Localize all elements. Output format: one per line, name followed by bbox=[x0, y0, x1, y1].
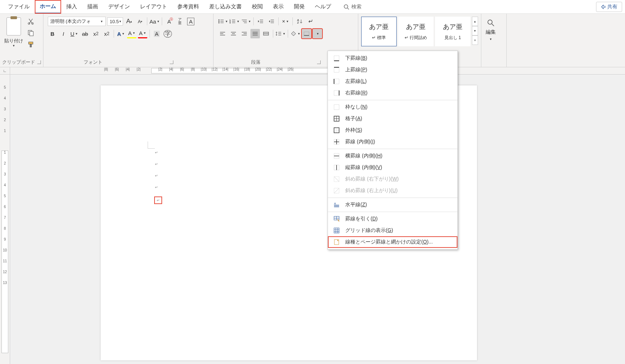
format-painter-button[interactable] bbox=[27, 41, 35, 48]
bullets-button[interactable]: ▼ bbox=[218, 17, 228, 26]
copy-button[interactable] bbox=[27, 29, 35, 37]
tab-help[interactable]: ヘルプ bbox=[310, 0, 336, 13]
share-button[interactable]: 共有 bbox=[596, 2, 622, 12]
enclose-char-button[interactable]: 字 bbox=[163, 29, 172, 38]
multilevel-list-button[interactable]: ▼ bbox=[241, 17, 251, 26]
underline-button[interactable]: U▼ bbox=[69, 29, 79, 38]
group-font: 游明朝 (本文のフォ▼ 10.5▼ A▴ A▾ Aa▼ Aⓧ ア亜 A B I … bbox=[43, 14, 214, 67]
tab-draw[interactable]: 描画 bbox=[82, 0, 103, 13]
shading-button[interactable]: ▼ bbox=[290, 29, 300, 38]
style-normal[interactable]: あア亜 ↵ 標準 bbox=[361, 17, 397, 46]
tab-view[interactable]: 表示 bbox=[268, 0, 289, 13]
change-case-button[interactable]: Aa▼ bbox=[149, 17, 160, 26]
subscript-button[interactable]: x2 bbox=[91, 29, 101, 38]
align-justify-button[interactable] bbox=[250, 29, 260, 38]
superscript-button[interactable]: x2 bbox=[102, 29, 111, 38]
ruler-tick bbox=[296, 67, 307, 74]
menu-no-border[interactable]: 枠なし(N) bbox=[328, 101, 457, 113]
menu-draw-table[interactable]: 罫線を引く(D) bbox=[328, 213, 457, 225]
italic-button[interactable]: I bbox=[59, 29, 68, 38]
clear-format-button[interactable]: Aⓧ bbox=[164, 17, 174, 26]
strikethrough-button[interactable]: ab bbox=[80, 29, 90, 38]
distribute-button[interactable] bbox=[261, 29, 271, 38]
crop-mark-icon bbox=[148, 141, 155, 149]
menu-view-gridlines[interactable]: グリッド線の表示(G) bbox=[328, 225, 457, 236]
menu-horizontal-line[interactable]: A 水平線(Z) bbox=[328, 199, 457, 211]
menu-inside-v-border[interactable]: 縦罫線 (内側)(V) bbox=[328, 162, 457, 173]
char-shading-button[interactable]: A bbox=[152, 29, 161, 38]
align-left-button[interactable] bbox=[218, 29, 227, 38]
tab-mailings[interactable]: 差し込み文書 bbox=[204, 0, 247, 13]
border-outside-icon bbox=[333, 127, 340, 134]
decrease-font-button[interactable]: A▾ bbox=[135, 17, 145, 26]
font-group-label: フォント bbox=[84, 59, 102, 65]
search-box[interactable]: 検索 bbox=[343, 4, 362, 10]
bold-button[interactable]: B bbox=[48, 29, 57, 38]
svg-rect-6 bbox=[29, 42, 33, 44]
ruler-tick: 13 bbox=[0, 281, 10, 292]
svg-point-0 bbox=[344, 5, 348, 8]
cut-button[interactable] bbox=[27, 17, 35, 25]
increase-indent-button[interactable] bbox=[267, 17, 276, 26]
asian-layout-button[interactable]: ✕▼ bbox=[281, 17, 290, 26]
page-settings-icon bbox=[333, 238, 340, 246]
tab-developer[interactable]: 開発 bbox=[289, 0, 310, 13]
char-border-button[interactable]: A bbox=[186, 17, 195, 26]
style-heading1[interactable]: あア亜 見出し 1 bbox=[435, 17, 470, 46]
menu-top-border[interactable]: 上罫線(P) bbox=[328, 64, 457, 76]
menu-bottom-border[interactable]: 下罫線(B) bbox=[328, 52, 457, 64]
menu-inside-borders[interactable]: 罫線 (内側)(I) bbox=[328, 136, 457, 148]
tab-layout[interactable]: レイアウト bbox=[135, 0, 172, 13]
vertical-ruler[interactable]: 5432112345678910111213 bbox=[0, 75, 10, 364]
menu-all-borders[interactable]: 格子(A) bbox=[328, 113, 457, 124]
ribbon-tabs: ファイル ホーム 挿入 描画 デザイン レイアウト 参考資料 差し込み文書 校閲… bbox=[0, 0, 625, 14]
ruler-tick: |6| bbox=[177, 67, 187, 74]
show-marks-button[interactable]: ↵ bbox=[306, 17, 315, 26]
decrease-indent-button[interactable] bbox=[256, 17, 265, 26]
tab-design[interactable]: デザイン bbox=[103, 0, 135, 13]
font-color-button[interactable]: A▼ bbox=[138, 29, 147, 38]
tab-review[interactable]: 校閲 bbox=[247, 0, 268, 13]
styles-expand[interactable]: ≡ bbox=[472, 35, 478, 45]
align-right-button[interactable] bbox=[240, 29, 249, 38]
menu-left-border[interactable]: 左罫線(L) bbox=[328, 76, 457, 87]
menu-borders-shading-settings[interactable]: 線種とページ罫線と網かけの設定(O)... bbox=[328, 236, 457, 248]
share-icon bbox=[601, 4, 606, 9]
text-effects-button[interactable]: A▼ bbox=[116, 29, 126, 38]
horizontal-ruler[interactable]: |8||6||4||2||2||4||6||8||10||12||14||16|… bbox=[10, 67, 625, 75]
phonetic-guide-button[interactable]: ア亜 bbox=[175, 17, 185, 26]
numbering-button[interactable]: 123▼ bbox=[229, 17, 240, 26]
tab-references[interactable]: 参考資料 bbox=[172, 0, 204, 13]
edit-button[interactable]: 編集 ▼ bbox=[483, 15, 498, 45]
increase-font-button[interactable]: A▴ bbox=[124, 17, 134, 26]
style-nospace[interactable]: あア亜 ↵ 行間詰め bbox=[398, 17, 434, 46]
align-center-button[interactable] bbox=[229, 29, 238, 38]
menu-inside-h-border[interactable]: 横罫線 (内側)(H) bbox=[328, 150, 457, 162]
svg-rect-51 bbox=[304, 32, 309, 35]
font-size-value: 10.5 bbox=[110, 19, 119, 24]
sort-button[interactable]: AZ bbox=[295, 17, 304, 26]
paste-button[interactable]: 貼り付け ▼ bbox=[2, 15, 25, 50]
borders-button[interactable] bbox=[302, 29, 311, 38]
tab-home[interactable]: ホーム bbox=[35, 0, 61, 14]
svg-rect-57 bbox=[334, 67, 339, 72]
menu-right-border[interactable]: 右罫線(R) bbox=[328, 87, 457, 99]
font-name-select[interactable]: 游明朝 (本文のフォ▼ bbox=[48, 17, 106, 26]
font-size-select[interactable]: 10.5▼ bbox=[107, 17, 123, 26]
border-top-icon bbox=[333, 66, 340, 73]
paragraph-dialog-launcher[interactable] bbox=[317, 60, 321, 64]
borders-dropdown[interactable]: ▼ bbox=[313, 29, 322, 38]
svg-rect-5 bbox=[30, 31, 33, 36]
edit-label: 編集 bbox=[486, 29, 496, 35]
clipboard-dialog-launcher[interactable] bbox=[37, 60, 41, 64]
svg-rect-88 bbox=[334, 228, 339, 233]
font-dialog-launcher[interactable] bbox=[170, 60, 173, 64]
highlight-button[interactable]: A▼ bbox=[127, 29, 136, 38]
ruler-tick: |6| bbox=[111, 67, 122, 74]
styles-scroll-up[interactable]: ▴ bbox=[472, 17, 478, 26]
tab-file[interactable]: ファイル bbox=[3, 0, 35, 13]
line-spacing-button[interactable]: ▼ bbox=[275, 29, 286, 38]
menu-outside-borders[interactable]: 外枠(S) bbox=[328, 124, 457, 136]
tab-insert[interactable]: 挿入 bbox=[61, 0, 82, 13]
styles-scroll-down[interactable]: ▾ bbox=[472, 26, 478, 35]
